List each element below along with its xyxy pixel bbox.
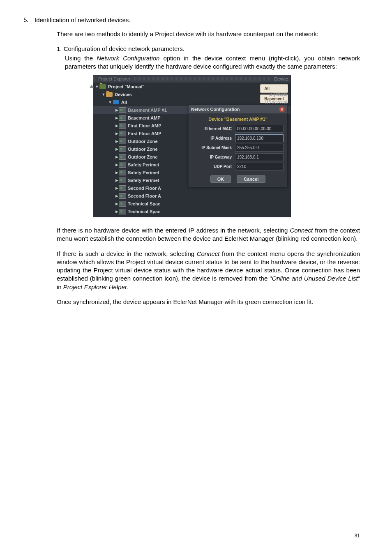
italic-text: Connect: [197, 250, 220, 257]
expand-icon[interactable]: [101, 92, 106, 97]
expand-icon[interactable]: [115, 124, 119, 128]
page: 5. Identification of networked devices. …: [0, 0, 392, 555]
close-icon[interactable]: ✕: [279, 106, 285, 112]
tree-label: Safety Perimet: [128, 170, 159, 175]
cancel-button[interactable]: Cancel: [237, 175, 265, 183]
paragraph-p2: If there is no hardware device with the …: [57, 226, 360, 243]
tree-label: Safety Perimet: [128, 162, 159, 167]
window-topbar: Project Explorer Device: [93, 75, 291, 83]
device-icon: [119, 146, 126, 152]
device-icon: [119, 138, 126, 144]
paragraph-p3: If there is such a device in the network…: [57, 250, 360, 291]
italic-text: Connect: [290, 227, 313, 234]
expand-icon[interactable]: [115, 139, 119, 143]
field-value[interactable]: 255.255.0.0: [235, 144, 284, 152]
expand-icon[interactable]: [115, 147, 119, 151]
list-number: 5.: [24, 16, 35, 23]
text: Using the: [65, 55, 97, 62]
expand-icon[interactable]: [95, 85, 99, 89]
tree-label: Safety Perimet: [128, 178, 159, 183]
tree-label: Outdoor Zone: [128, 139, 158, 144]
device-icon: [119, 170, 126, 175]
expand-icon[interactable]: [115, 108, 119, 112]
device-icon: [119, 162, 126, 168]
sub-item-1: 1. Configuration of device network param…: [57, 45, 360, 53]
device-icon: [119, 177, 126, 183]
expand-icon[interactable]: [115, 202, 119, 206]
expand-icon[interactable]: [108, 100, 112, 104]
ok-button[interactable]: OK: [210, 175, 231, 183]
dialog-row-udp: UDP Port 2210: [189, 162, 287, 171]
dialog-row-mac: Ethernet MAC 00-00-00-00-00-00: [189, 124, 287, 134]
expand-icon[interactable]: [115, 210, 119, 214]
field-value[interactable]: 192.168.0.100: [235, 134, 284, 142]
device-icon: [119, 123, 126, 129]
tree-node-project[interactable]: Project "Manual": [93, 83, 291, 90]
field-label: UDP Port: [189, 164, 235, 169]
expand-icon[interactable]: [115, 170, 119, 175]
dialog-row-ip: IP Address 192.168.0.100: [189, 134, 287, 143]
dialog-buttons: OK Cancel: [189, 171, 287, 186]
tree-info: (15 devices): [265, 100, 291, 104]
device-icon: [119, 193, 126, 199]
dialog-title: Network Configuration: [191, 107, 240, 112]
expand-icon[interactable]: [115, 131, 119, 136]
expand-icon[interactable]: [115, 178, 119, 182]
panel-title-left: Project Explorer: [96, 76, 133, 81]
dialog-row-gateway: IP Gateway 192.168.0.1: [189, 152, 287, 162]
field-value[interactable]: 00-00-00-00-00-00: [235, 125, 284, 133]
tree-label: First Floor AMP: [128, 131, 161, 136]
tree-node-devices[interactable]: Devices (3 groups): [93, 90, 291, 98]
text: If there is such a device in the network…: [57, 250, 197, 257]
tree-label: Basement AMP #1: [128, 108, 167, 113]
device-icon: [119, 185, 126, 191]
tree-label: Second Floor A: [128, 186, 161, 191]
field-value[interactable]: 2210: [235, 163, 284, 170]
device-icon: [119, 209, 126, 214]
dialog-title-bar: Network Configuration ✕: [189, 105, 287, 113]
tree-label: All: [121, 100, 127, 105]
device-icon: [119, 201, 126, 207]
tree-label: Second Floor A: [128, 193, 161, 198]
subfolder-icon: [112, 99, 120, 105]
expand-icon[interactable]: [115, 155, 119, 159]
folder-icon: [99, 84, 106, 90]
tree-device-row[interactable]: Technical Spac: [93, 207, 291, 215]
panel-title-right: Device: [272, 76, 291, 81]
field-value[interactable]: 192.168.0.1: [235, 153, 284, 161]
field-label: Ethernet MAC: [189, 127, 235, 131]
italic-text: Project Explorer Helper.: [63, 283, 129, 290]
italic-text: Online and Unused Device List: [272, 275, 358, 282]
device-icon: [119, 107, 126, 113]
list-heading: Identification of networked devices.: [35, 16, 130, 23]
screenshot-project-explorer: Project Explorer Device All Basement Pro…: [93, 75, 291, 217]
dialog-subtitle: Device "Basement AMP #1": [189, 113, 287, 124]
device-icon: [119, 131, 126, 136]
page-number: 31: [355, 533, 360, 539]
tree-label: Technical Spac: [128, 209, 160, 214]
tree-label: Basement AMP: [128, 115, 161, 120]
sub-item-1-body: Using the Network Configuration option i…: [65, 54, 360, 71]
expand-icon[interactable]: [115, 194, 119, 198]
paragraph-intro: There are two methods to identify a Proj…: [57, 30, 360, 38]
text: If there is no hardware device with the …: [57, 227, 290, 234]
field-label: IP Subnet Mask: [189, 145, 235, 150]
dialog-row-mask: IP Subnet Mask 255.255.0.0: [189, 143, 287, 152]
tree-label: Devices: [115, 92, 132, 97]
expand-icon[interactable]: [115, 186, 119, 190]
italic-text: Network Configuration: [97, 55, 159, 62]
tree-label: Technical Spac: [128, 201, 160, 206]
paragraph-p4: Once synchronized, the device appears in…: [57, 298, 360, 306]
list-item-5: 5. Identification of networked devices.: [24, 16, 360, 23]
expand-icon[interactable]: [115, 116, 119, 120]
device-icon: [119, 115, 126, 121]
expand-icon[interactable]: [115, 163, 119, 167]
tree-label: Outdoor Zone: [128, 154, 158, 159]
device-icon: [119, 154, 126, 160]
tree-info: (3 groups): [268, 92, 291, 97]
tree-device-row[interactable]: Second Floor A: [93, 192, 291, 200]
tree-device-row[interactable]: Technical Spac: [93, 200, 291, 207]
tree-label: Outdoor Zone: [128, 147, 158, 152]
folder-icon: [106, 92, 113, 97]
network-config-dialog: Network Configuration ✕ Device "Basement…: [189, 105, 287, 187]
